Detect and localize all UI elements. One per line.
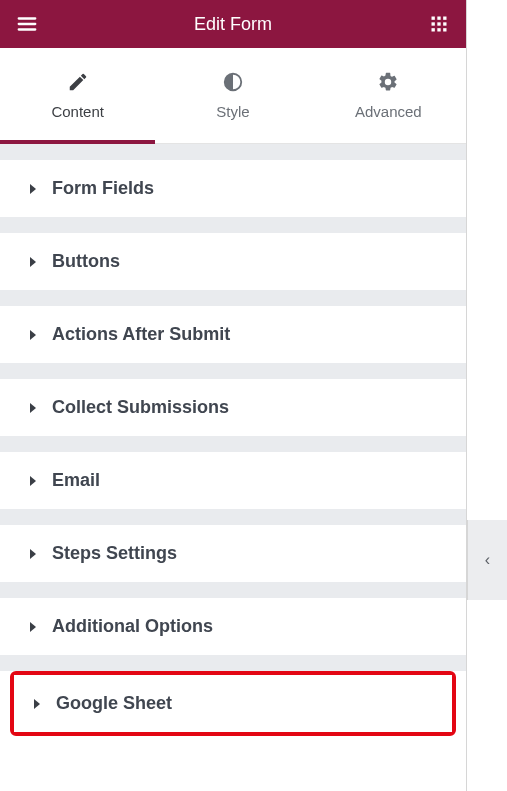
panel-header: Edit Form xyxy=(0,0,466,48)
svg-rect-9 xyxy=(431,28,434,31)
section-title: Email xyxy=(52,470,100,491)
caret-right-icon xyxy=(32,699,42,709)
section-title: Buttons xyxy=(52,251,120,272)
section-actions-after-submit[interactable]: Actions After Submit xyxy=(0,306,466,363)
section-google-sheet[interactable]: Google Sheet xyxy=(14,675,452,732)
chevron-left-icon: ‹ xyxy=(485,551,490,569)
svg-rect-8 xyxy=(443,22,446,25)
section-steps-settings[interactable]: Steps Settings xyxy=(0,525,466,582)
section-title: Collect Submissions xyxy=(52,397,229,418)
menu-icon[interactable] xyxy=(14,11,40,37)
tab-style[interactable]: Style xyxy=(155,48,310,144)
section-gap xyxy=(0,655,466,671)
section-gap xyxy=(0,290,466,306)
svg-rect-4 xyxy=(437,17,440,20)
section-title: Google Sheet xyxy=(56,693,172,714)
panel-title: Edit Form xyxy=(194,14,272,35)
caret-right-icon xyxy=(28,184,38,194)
section-form-fields[interactable]: Form Fields xyxy=(0,160,466,217)
section-additional-options[interactable]: Additional Options xyxy=(0,598,466,655)
editor-panel: Edit Form Content xyxy=(0,0,467,791)
gear-icon xyxy=(377,71,399,93)
apps-icon[interactable] xyxy=(426,11,452,37)
svg-rect-5 xyxy=(443,17,446,20)
highlight-box: Google Sheet xyxy=(10,671,456,736)
section-gap xyxy=(0,363,466,379)
tab-label: Advanced xyxy=(355,103,422,120)
section-gap xyxy=(0,582,466,598)
contrast-icon xyxy=(222,71,244,93)
caret-right-icon xyxy=(28,476,38,486)
svg-rect-7 xyxy=(437,22,440,25)
caret-right-icon xyxy=(28,549,38,559)
section-title: Additional Options xyxy=(52,616,213,637)
caret-right-icon xyxy=(28,403,38,413)
svg-rect-10 xyxy=(437,28,440,31)
sections-list: Form Fields Buttons Actions After Submit… xyxy=(0,144,466,791)
pencil-icon xyxy=(67,71,89,93)
svg-rect-6 xyxy=(431,22,434,25)
section-title: Steps Settings xyxy=(52,543,177,564)
caret-right-icon xyxy=(28,330,38,340)
section-gap xyxy=(0,217,466,233)
section-title: Form Fields xyxy=(52,178,154,199)
section-gap xyxy=(0,436,466,452)
tab-label: Content xyxy=(51,103,104,120)
collapse-handle[interactable]: ‹ xyxy=(467,520,507,600)
section-email[interactable]: Email xyxy=(0,452,466,509)
section-buttons[interactable]: Buttons xyxy=(0,233,466,290)
section-gap xyxy=(0,144,466,160)
section-gap xyxy=(0,509,466,525)
tab-label: Style xyxy=(216,103,249,120)
caret-right-icon xyxy=(28,257,38,267)
tab-advanced[interactable]: Advanced xyxy=(311,48,466,144)
section-collect-submissions[interactable]: Collect Submissions xyxy=(0,379,466,436)
svg-rect-3 xyxy=(431,17,434,20)
caret-right-icon xyxy=(28,622,38,632)
tab-content[interactable]: Content xyxy=(0,48,155,144)
tabs: Content Style Advanced xyxy=(0,48,466,144)
svg-rect-11 xyxy=(443,28,446,31)
section-title: Actions After Submit xyxy=(52,324,230,345)
